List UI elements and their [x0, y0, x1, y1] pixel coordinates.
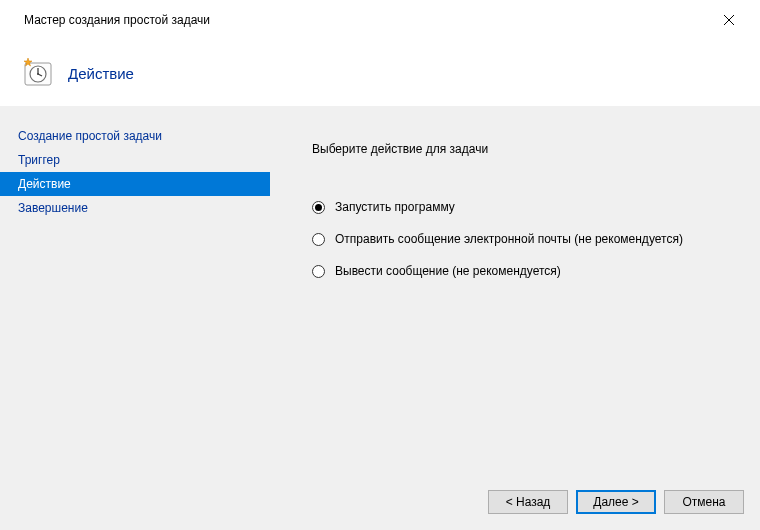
close-button[interactable] — [708, 5, 750, 35]
instruction-text: Выберите действие для задачи — [312, 142, 740, 156]
window-title: Мастер создания простой задачи — [24, 13, 708, 27]
radio-option-display-message[interactable]: Вывести сообщение (не рекомендуется) — [312, 264, 740, 278]
sidebar-item-label: Завершение — [18, 201, 88, 215]
sidebar-item-action[interactable]: Действие — [0, 172, 270, 196]
sidebar-item-label: Создание простой задачи — [18, 129, 162, 143]
wizard-header: Действие — [0, 40, 760, 106]
page-title: Действие — [68, 65, 134, 82]
back-button[interactable]: < Назад — [488, 490, 568, 514]
radio-label: Запустить программу — [335, 200, 455, 214]
wizard-footer: < Назад Далее > Отмена — [0, 474, 760, 530]
close-icon — [724, 15, 734, 25]
wizard-steps-sidebar: Создание простой задачи Триггер Действие… — [0, 106, 270, 474]
radio-option-send-email[interactable]: Отправить сообщение электронной почты (н… — [312, 232, 740, 246]
sidebar-item-trigger[interactable]: Триггер — [0, 148, 270, 172]
radio-label: Отправить сообщение электронной почты (н… — [335, 232, 683, 246]
sidebar-item-label: Триггер — [18, 153, 60, 167]
main-panel: Выберите действие для задачи Запустить п… — [270, 106, 760, 474]
titlebar: Мастер создания простой задачи — [0, 0, 760, 40]
content-area: Создание простой задачи Триггер Действие… — [0, 106, 760, 474]
radio-label: Вывести сообщение (не рекомендуется) — [335, 264, 561, 278]
svg-point-6 — [37, 73, 39, 75]
radio-icon — [312, 233, 325, 246]
sidebar-item-finish[interactable]: Завершение — [0, 196, 270, 220]
sidebar-item-create-task[interactable]: Создание простой задачи — [0, 124, 270, 148]
next-button[interactable]: Далее > — [576, 490, 656, 514]
radio-icon — [312, 265, 325, 278]
cancel-button[interactable]: Отмена — [664, 490, 744, 514]
action-radio-group: Запустить программу Отправить сообщение … — [312, 200, 740, 278]
radio-option-start-program[interactable]: Запустить программу — [312, 200, 740, 214]
sidebar-item-label: Действие — [18, 177, 71, 191]
radio-icon — [312, 201, 325, 214]
clock-task-icon — [22, 57, 54, 89]
